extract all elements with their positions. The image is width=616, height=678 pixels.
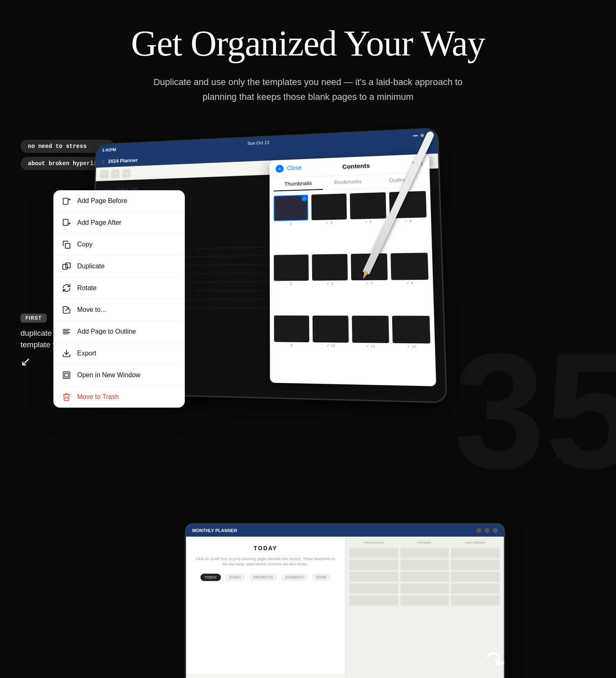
- thumb-number-1: 1: [274, 221, 308, 226]
- menu-item-add-to-outline[interactable]: Add Page to Outline: [53, 321, 185, 343]
- thumb-number-4: ✓ 4: [390, 218, 427, 223]
- weekly-day-headers: THURSDAY FRIDAY SATURDAY: [349, 541, 500, 544]
- main-title: Get Organized Your Way: [41, 25, 575, 62]
- tab-today[interactable]: TODAY: [200, 574, 221, 581]
- status-date: Sun Oct 13: [247, 140, 269, 145]
- thumb-img-2: [311, 194, 347, 220]
- today-title: TODAY: [194, 545, 337, 551]
- thumb-number-5: 5: [274, 281, 309, 286]
- thumb-2[interactable]: ✓ 2: [311, 194, 347, 251]
- signal-icon: ▪▪▪: [413, 133, 418, 138]
- thumb-number-10: ✓ 10: [313, 343, 349, 348]
- thumb-img-6: [312, 254, 347, 281]
- svg-rect-3: [63, 219, 68, 226]
- thumb-5[interactable]: 5: [274, 254, 309, 312]
- thursday-header: THURSDAY: [349, 541, 398, 544]
- app-title: 2024 Planner: [108, 157, 138, 164]
- second-app-header: MONTHLY PLANNER: [186, 524, 504, 537]
- thumb-12[interactable]: ✓ 12: [392, 316, 432, 377]
- thumb-11[interactable]: ✓ 11: [352, 316, 390, 376]
- thumb-number-6: ✓ 6: [312, 281, 348, 286]
- today-panel: TODAY Click on JUMP icon to jump plannin…: [186, 537, 345, 674]
- thumb-1[interactable]: ✓ 1: [274, 195, 308, 252]
- thumb-img-8: [391, 253, 428, 280]
- menu-item-copy[interactable]: Copy: [53, 234, 185, 256]
- sat-cell-1: [451, 548, 500, 558]
- thumb-check-1: ✓: [301, 196, 307, 201]
- outline-icon: [62, 327, 71, 337]
- add-page-after-label: Add Page After: [77, 219, 122, 226]
- fri-cell-3: [400, 572, 449, 582]
- menu-item-add-page-before[interactable]: Add Page Before: [53, 190, 185, 212]
- close-button[interactable]: ✕ Close: [276, 164, 301, 173]
- export-label: Export: [77, 350, 96, 357]
- svg-rect-0: [63, 198, 68, 204]
- ctrl-dot-3: [493, 528, 498, 533]
- eraser-tool-icon[interactable]: ▱: [122, 168, 131, 177]
- add-to-outline-label: Add Page to Outline: [77, 328, 136, 335]
- menu-item-duplicate[interactable]: Duplicate: [53, 256, 185, 277]
- move-to-trash-label: Move to Trash: [77, 393, 119, 401]
- second-ipad-container: MONTHLY PLANNER TODAY Click on JUMP icon…: [144, 515, 456, 678]
- thumb-4[interactable]: ✓ 4: [389, 191, 428, 250]
- close-icon: ✕: [276, 165, 284, 173]
- tab-outlines[interactable]: Outlines: [373, 173, 426, 188]
- marker-tool-icon[interactable]: ✒: [111, 169, 120, 178]
- thumb-6[interactable]: ✓ 6: [312, 254, 348, 312]
- thu-cell-4: [349, 583, 398, 594]
- export-icon: [62, 348, 71, 358]
- today-description: Click on JUMP icon to jump planning page…: [194, 556, 337, 567]
- close-label: Close: [287, 164, 302, 171]
- thumb-8[interactable]: ✓ 8: [391, 253, 430, 312]
- tab-bookmarks[interactable]: Bookmarks: [323, 175, 374, 190]
- thu-cell-2: [349, 560, 398, 570]
- svg-rect-8: [66, 263, 70, 268]
- menu-item-move-to[interactable]: Move to...: [53, 299, 185, 321]
- status-time: 1:41PM: [102, 147, 116, 152]
- fri-cell-1: [400, 548, 449, 558]
- header-section: Get Organized Your Way Duplicate and use…: [0, 0, 616, 116]
- menu-item-open-new-window[interactable]: Open in New Window: [53, 364, 185, 386]
- open-new-window-label: Open in New Window: [77, 371, 140, 379]
- thumb-img-11: [352, 316, 389, 343]
- menu-item-export[interactable]: Export: [53, 343, 185, 364]
- second-ipad-device: MONTHLY PLANNER TODAY Click on JUMP icon…: [185, 523, 505, 678]
- tab-done[interactable]: DONE: [312, 574, 331, 581]
- thumb-img-10: [313, 316, 349, 343]
- thumb-9[interactable]: 9: [274, 316, 310, 375]
- today-tabs: TODAY TASKS PROJECTS SOMEDAY DONE: [194, 574, 337, 581]
- copy-icon: [62, 240, 71, 249]
- pencil-tool-icon[interactable]: ✏: [100, 170, 108, 178]
- thumb-img-12: [392, 316, 430, 344]
- thumb-number-9: 9: [274, 343, 309, 347]
- menu-item-add-page-after[interactable]: Add Page After: [53, 212, 185, 234]
- subtitle: Duplicate and use only the templates you…: [144, 75, 472, 104]
- sat-cell-4: [451, 583, 500, 594]
- friday-header: FRIDAY: [400, 541, 449, 544]
- thumb-10[interactable]: ✓ 10: [313, 316, 349, 375]
- tab-tasks[interactable]: TASKS: [225, 574, 245, 581]
- rotate-icon: [62, 283, 71, 293]
- friday-col: [400, 548, 449, 606]
- ctrl-dot-1: [476, 528, 481, 533]
- svg-rect-7: [63, 264, 67, 269]
- menu-item-rotate[interactable]: Rotate: [53, 277, 185, 299]
- menu-item-move-to-trash[interactable]: Move to Trash: [53, 386, 185, 408]
- thumb-number-7: ✓ 7: [351, 281, 388, 285]
- duplicate-icon: [62, 261, 71, 271]
- fri-cell-5: [400, 595, 449, 606]
- saturday-col: [451, 548, 500, 606]
- ctrl-dot-2: [485, 528, 490, 533]
- add-before-icon: [62, 196, 71, 206]
- svg-rect-6: [65, 243, 70, 248]
- sat-cell-3: [451, 572, 500, 582]
- second-section-wrapper: SECOND drag n' drop behind hyperlinked s…: [0, 503, 616, 678]
- tab-thumbnails[interactable]: Thumbnails: [274, 176, 323, 191]
- add-page-before-label: Add Page Before: [77, 197, 127, 205]
- second-ipad-screen: MONTHLY PLANNER TODAY Click on JUMP icon…: [186, 524, 504, 678]
- thumb-img-9: [274, 316, 309, 342]
- copy-label: Copy: [77, 241, 92, 248]
- tab-someday[interactable]: SOMEDAY: [281, 574, 308, 581]
- tab-projects[interactable]: PROJECTS: [249, 574, 277, 581]
- add-after-icon: [62, 218, 71, 228]
